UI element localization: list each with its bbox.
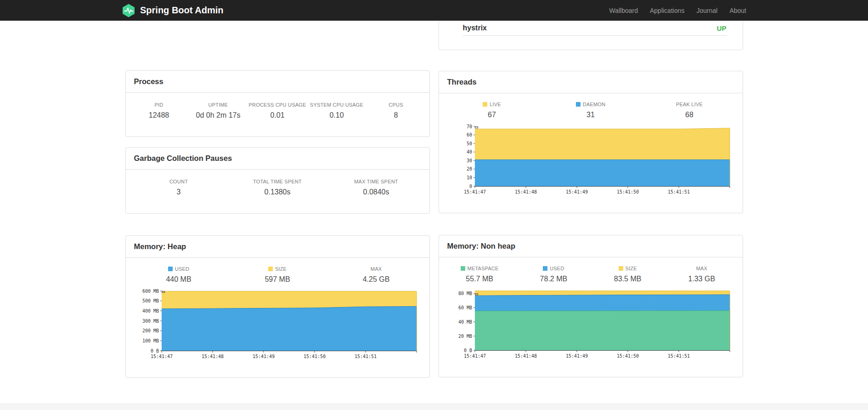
metaspace-value: 55.7 MB (443, 275, 517, 283)
memory-nonheap-legend: METASPACE 55.7 MB USED 78.2 MB SIZE (439, 257, 743, 285)
nav-item-about[interactable]: About (729, 7, 746, 14)
legend-heap-used: USED 440 MB (130, 266, 228, 284)
threads-panel-title: Threads (439, 71, 743, 93)
svg-text:15:41:50: 15:41:50 (616, 353, 638, 359)
stat-process-cpu: PROCESS CPU USAGE 0.01 (248, 102, 307, 120)
gc-panel-title: Garbage Collection Pauses (126, 148, 429, 170)
top-navbar: Spring Boot Admin Wallboard Applications… (0, 0, 868, 21)
memory-heap-legend: USED 440 MB SIZE 597 MB MAX 4.25 GB (126, 258, 429, 285)
spring-boot-admin-logo-icon (122, 4, 135, 17)
app-brand[interactable]: Spring Boot Admin (122, 4, 223, 17)
svg-text:15:41:49: 15:41:49 (565, 189, 587, 194)
memory-heap-panel-title: Memory: Heap (126, 236, 429, 258)
svg-text:0 B: 0 B (150, 348, 158, 353)
memory-heap-panel: Memory: Heap USED 440 MB SIZE 597 MB (125, 235, 430, 378)
heap-size-value: 597 MB (228, 275, 327, 284)
svg-text:60 MB: 60 MB (458, 305, 472, 310)
application-row[interactable]: hystrix UP (463, 21, 727, 36)
legend-heap-size: SIZE 597 MB (228, 266, 327, 284)
process-stats: PID 12488 UPTIME 0d 0h 2m 17s PROCESS CP… (126, 93, 429, 133)
svg-text:100 MB: 100 MB (142, 338, 158, 343)
horizontal-scrollbar[interactable] (0, 404, 868, 410)
legend-daemon: DAEMON 31 (541, 102, 640, 119)
daemon-value: 31 (541, 111, 640, 119)
nav-item-journal[interactable]: Journal (696, 7, 717, 14)
applications-panel: hystrix UP (439, 21, 743, 50)
stat-system-cpu: SYSTEM CPU USAGE 0.10 (307, 102, 366, 120)
heap-used-swatch (168, 267, 173, 271)
peak-live-value: 68 (640, 111, 739, 119)
stat-uptime-value: 0d 0h 2m 17s (189, 111, 248, 120)
svg-text:15:41:51: 15:41:51 (667, 189, 689, 194)
svg-text:400 MB: 400 MB (142, 308, 158, 313)
left-column: Process PID 12488 UPTIME 0d 0h 2m 17s PR… (125, 21, 430, 378)
nonheap-size-swatch (619, 266, 623, 271)
legend-live: LIVE 67 (443, 102, 541, 119)
legend-nonheap-used: USED 78.2 MB (517, 266, 591, 283)
svg-text:40 MB: 40 MB (458, 319, 472, 325)
svg-text:300 MB: 300 MB (142, 319, 158, 324)
svg-text:70: 70 (466, 124, 472, 129)
svg-text:15:41:49: 15:41:49 (252, 354, 274, 359)
stat-process-cpu-value: 0.01 (248, 111, 307, 120)
svg-text:15:41:48: 15:41:48 (201, 354, 223, 359)
heap-memory-chart: 0 B100 MB200 MB300 MB400 MB500 MB600 MB1… (133, 287, 420, 363)
svg-text:15:41:47: 15:41:47 (463, 353, 485, 359)
legend-nonheap-max: MAX 1.33 GB (665, 266, 738, 283)
svg-text:500 MB: 500 MB (142, 298, 158, 303)
stat-pid-value: 12488 (130, 111, 189, 120)
svg-text:30: 30 (466, 158, 472, 163)
svg-text:20: 20 (466, 166, 472, 171)
svg-text:60: 60 (466, 132, 472, 137)
svg-text:15:41:49: 15:41:49 (565, 353, 587, 359)
svg-text:15:41:47: 15:41:47 (150, 354, 172, 359)
legend-metaspace: METASPACE 55.7 MB (443, 266, 517, 283)
stat-pid: PID 12488 (130, 102, 189, 120)
svg-text:15:41:50: 15:41:50 (616, 189, 638, 194)
brand-title: Spring Boot Admin (140, 5, 223, 16)
svg-text:15:41:51: 15:41:51 (354, 354, 376, 359)
nav-item-wallboard[interactable]: Wallboard (609, 7, 638, 14)
stat-gc-max-time: MAX TIME SPENT 0.0840s (327, 179, 426, 196)
svg-text:200 MB: 200 MB (142, 328, 158, 333)
daemon-swatch (576, 102, 581, 107)
right-column: hystrix UP Threads LIVE 67 DAEMON (439, 21, 743, 377)
process-panel-title: Process (126, 71, 429, 93)
gc-panel: Garbage Collection Pauses COUNT 3 TOTAL … (125, 147, 430, 214)
legend-peak-live: PEAK LIVE 68 (640, 102, 739, 119)
nonheap-max-value: 1.33 GB (665, 275, 738, 283)
live-swatch (483, 102, 487, 107)
legend-nonheap-size: SIZE 83.5 MB (591, 266, 665, 283)
process-panel: Process PID 12488 UPTIME 0d 0h 2m 17s PR… (125, 70, 430, 137)
threads-panel: Threads LIVE 67 DAEMON 31 (439, 71, 743, 213)
svg-text:15:41:48: 15:41:48 (514, 189, 536, 194)
svg-text:15:41:47: 15:41:47 (463, 189, 485, 194)
nonheap-used-value: 78.2 MB (517, 275, 591, 283)
live-value: 67 (443, 111, 541, 119)
gc-stats: COUNT 3 TOTAL TIME SPENT 0.1380s MAX TIM… (126, 170, 429, 210)
nonheap-used-swatch (543, 266, 547, 271)
legend-heap-max: MAX 4.25 GB (327, 266, 426, 284)
status-badge: UP (717, 24, 727, 32)
heap-used-value: 440 MB (130, 275, 228, 284)
memory-nonheap-panel-title: Memory: Non heap (439, 235, 743, 257)
svg-text:20 MB: 20 MB (458, 334, 472, 339)
svg-text:600 MB: 600 MB (142, 289, 158, 294)
application-name: hystrix (463, 24, 487, 32)
metaspace-swatch (461, 266, 465, 271)
stat-gc-total-time: TOTAL TIME SPENT 0.1380s (228, 179, 327, 196)
stat-gc-count: COUNT 3 (130, 179, 228, 196)
svg-text:15:41:51: 15:41:51 (667, 353, 689, 359)
svg-text:40: 40 (466, 149, 472, 154)
stat-gc-max-time-value: 0.0840s (327, 188, 426, 196)
nav-item-applications[interactable]: Applications (650, 7, 685, 14)
stat-system-cpu-value: 0.10 (307, 111, 366, 120)
nonheap-size-value: 83.5 MB (591, 275, 665, 283)
stat-gc-count-value: 3 (130, 188, 228, 196)
stat-cpus-value: 8 (366, 111, 426, 120)
non-heap-memory-chart: 0 B20 MB40 MB60 MB80 MB15:41:4715:41:481… (446, 287, 733, 362)
navbar-links: Wallboard Applications Journal About (609, 7, 746, 14)
stat-gc-total-time-value: 0.1380s (228, 188, 327, 196)
threads-legend: LIVE 67 DAEMON 31 PEAK LIVE 68 (439, 93, 743, 121)
svg-text:10: 10 (466, 175, 472, 180)
